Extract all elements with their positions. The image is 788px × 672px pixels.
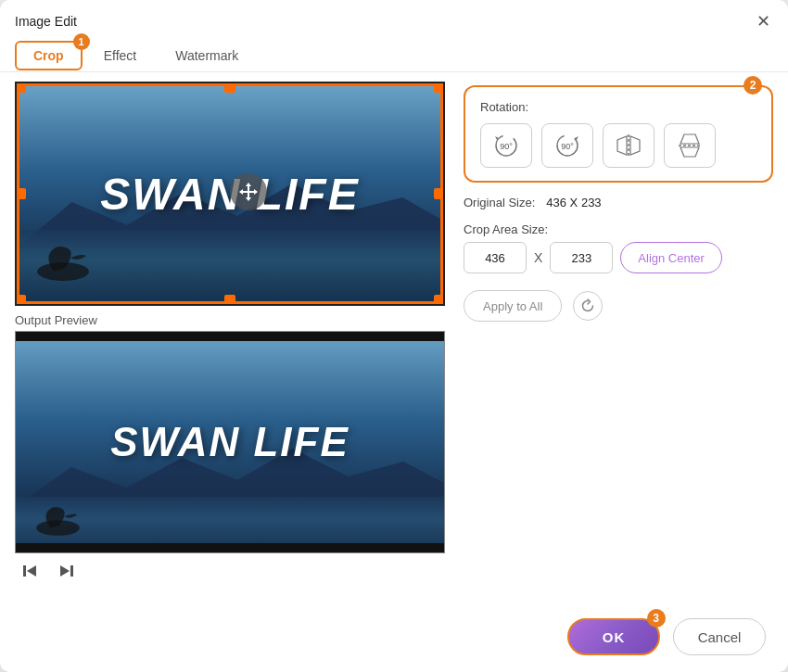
tab-crop[interactable]: Crop 1 [15,41,83,70]
swan-life-text-preview: SWAN LIFE [110,419,350,465]
original-size-value: 436 X 233 [546,196,601,209]
skip-forward-button[interactable] [54,561,78,581]
close-button[interactable]: ✕ [753,11,773,32]
image-edit-dialog: Image Edit ✕ Crop 1 Effect Watermark [0,0,788,672]
output-preview-label: Output Preview [15,313,445,327]
svg-marker-6 [239,189,243,195]
crop-corner-bl[interactable] [15,295,26,306]
cancel-button[interactable]: Cancel [673,618,766,655]
skip-back-button[interactable] [19,561,43,581]
tab-watermark[interactable]: Watermark [158,42,256,70]
rotation-buttons: 90° 90° [480,123,756,168]
svg-marker-11 [27,565,36,577]
x-separator: X [534,250,542,265]
left-panel: SWAN LIFE [15,82,445,600]
preview-swan [32,493,107,539]
main-content: SWAN LIFE [0,72,788,609]
svg-marker-7 [254,189,258,195]
rotate-ccw-button[interactable]: 90° [480,123,532,168]
crop-inputs-row: X Align Center [464,242,773,273]
dialog-title: Image Edit [15,14,77,29]
preview-bar-top [16,332,444,341]
svg-rect-10 [23,565,26,577]
crop-width-input[interactable] [464,242,527,273]
original-size-label: Original Size: [464,196,535,209]
svg-marker-23 [680,147,699,157]
svg-text:90°: 90° [561,142,574,151]
preview-bar-bottom [16,543,444,552]
image-edit-canvas[interactable]: SWAN LIFE [15,82,445,306]
move-cursor-icon [230,173,267,210]
tab-crop-number: 1 [73,33,90,50]
crop-height-input[interactable] [550,242,613,273]
original-size-row: Original Size: 436 X 233 [464,196,773,209]
crop-corner-tm[interactable] [224,82,235,93]
crop-corner-rm[interactable] [434,188,445,199]
apply-to-all-button[interactable]: Apply to All [464,290,562,322]
align-center-button[interactable]: Align Center [620,242,722,273]
rotation-number-badge: 2 [744,76,762,95]
crop-corner-br[interactable] [434,295,445,306]
tab-bar: Crop 1 Effect Watermark [0,33,788,72]
svg-marker-4 [246,183,251,186]
rotation-label: Rotation: [480,100,756,114]
output-preview-canvas: SWAN LIFE [15,331,445,553]
tab-effect[interactable]: Effect [86,42,155,70]
svg-marker-13 [60,565,70,577]
ok-number-badge: 3 [647,609,666,628]
refresh-button[interactable] [573,291,603,321]
swan-silhouette [35,230,119,285]
right-panel: 2 Rotation: 90° [464,82,773,600]
svg-marker-22 [680,134,699,144]
svg-rect-12 [70,565,73,577]
flip-horizontal-button[interactable] [603,123,655,168]
title-bar: Image Edit ✕ [0,0,788,33]
crop-area-section: Crop Area Size: X Align Center [464,222,773,273]
apply-section: Apply to All [464,290,773,322]
crop-corner-bm[interactable] [224,295,235,306]
playback-controls [15,553,445,581]
footer-bar: OK 3 Cancel [0,609,788,672]
svg-marker-19 [617,136,627,155]
svg-text:90°: 90° [500,142,513,151]
rotate-cw-button[interactable]: 90° [541,123,593,168]
svg-marker-20 [630,136,640,155]
crop-area-label: Crop Area Size: [464,222,773,236]
flip-vertical-button[interactable] [664,123,716,168]
crop-corner-tl[interactable] [15,82,26,93]
crop-corner-tr[interactable] [434,82,445,93]
crop-corner-lm[interactable] [15,188,26,199]
svg-marker-5 [246,197,251,201]
rotation-section: 2 Rotation: 90° [464,85,773,183]
ok-button[interactable]: OK 3 [567,618,660,655]
